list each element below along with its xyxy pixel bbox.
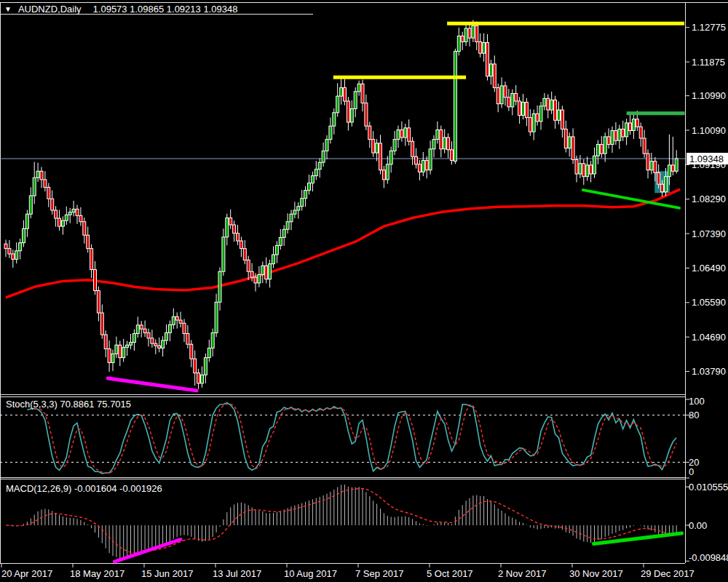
candle	[108, 349, 111, 363]
candle	[596, 144, 599, 156]
candle	[468, 28, 471, 38]
candle	[422, 161, 424, 172]
candle	[500, 86, 503, 104]
candle	[372, 140, 375, 153]
candle	[611, 131, 614, 145]
candle	[136, 325, 139, 334]
candle	[536, 113, 539, 121]
candle	[451, 150, 454, 161]
candle	[282, 229, 285, 237]
candle	[643, 138, 646, 154]
date-label: 5 Oct 2017	[427, 568, 473, 579]
candle	[265, 266, 268, 279]
candle	[668, 165, 670, 177]
macd-scale-label: 0.00	[689, 520, 707, 531]
stochastic-values: 70.8861 75.7015	[60, 399, 131, 410]
price-axis-label: 1.11875	[692, 57, 725, 68]
price-axis-label: 1.12775	[692, 22, 726, 33]
candle	[44, 180, 47, 188]
price-axis-label: 1.10090	[692, 125, 726, 136]
candle	[539, 106, 542, 121]
candle	[40, 171, 43, 180]
candle	[429, 149, 432, 170]
candle	[661, 184, 664, 192]
candle	[183, 323, 186, 333]
candle	[665, 177, 668, 192]
candle	[340, 88, 343, 97]
macd-scale-label: -0.009848	[689, 552, 728, 563]
candle	[518, 101, 521, 115]
price-axis-label: 1.06490	[692, 263, 726, 274]
candle	[308, 183, 311, 191]
candle	[625, 123, 628, 137]
candle	[286, 222, 289, 230]
candle	[4, 244, 7, 248]
candle	[104, 335, 107, 348]
price-axis-label: 1.03790	[692, 366, 726, 377]
date-label: 20 Apr 2017	[1, 568, 52, 579]
chart-canvas[interactable]: 1.127751.118751.109901.100901.091901.082…	[0, 0, 728, 582]
candle	[600, 144, 603, 154]
candle	[354, 92, 357, 109]
candle	[347, 101, 349, 122]
candle	[646, 154, 649, 170]
candle	[561, 110, 563, 129]
candle	[571, 137, 574, 160]
candle	[23, 228, 25, 242]
candle	[515, 93, 518, 101]
candle	[507, 97, 510, 107]
candle	[29, 196, 32, 214]
chart-dropdown-icon[interactable]: ▼	[4, 5, 12, 13]
candle	[425, 161, 428, 170]
candle	[350, 109, 353, 122]
candle	[65, 215, 68, 220]
chart-title-bar: ▼AUDNZD,Daily1.09573 1.09865 1.09213 1.0…	[4, 4, 237, 15]
date-label: 15 Jun 2017	[141, 568, 194, 579]
candle	[226, 218, 229, 237]
candle	[55, 210, 58, 218]
candle	[408, 128, 411, 141]
candle	[411, 141, 414, 156]
candle	[68, 212, 71, 215]
date-label: 10 Aug 2017	[284, 568, 337, 579]
candle	[243, 249, 246, 260]
candle	[489, 64, 492, 76]
candle	[115, 345, 118, 354]
candle	[36, 171, 39, 178]
candle	[443, 137, 446, 149]
candle	[618, 129, 621, 140]
candle	[297, 207, 300, 210]
candle	[386, 164, 389, 180]
candle	[301, 199, 304, 207]
candle	[436, 129, 439, 139]
candle	[622, 129, 625, 137]
symbol-period-label: AUDNZD,Daily	[18, 4, 82, 15]
candle	[290, 214, 293, 222]
candle	[172, 316, 175, 324]
candle	[19, 243, 22, 251]
candle	[671, 165, 674, 171]
candle	[415, 156, 418, 164]
candle	[336, 96, 339, 113]
candle	[607, 137, 610, 145]
candle	[650, 162, 653, 170]
date-label: 7 Sep 2017	[355, 568, 404, 579]
price-axis-label: 1.10990	[692, 90, 726, 101]
candle	[240, 241, 242, 249]
candle	[87, 235, 90, 248]
candle	[247, 260, 250, 271]
candle	[543, 98, 546, 106]
candle	[632, 119, 635, 131]
candle	[175, 316, 178, 320]
candle	[590, 165, 593, 174]
candle	[547, 98, 550, 110]
candle	[532, 113, 535, 132]
candle	[269, 264, 272, 279]
candle	[222, 237, 225, 271]
stoch-scale-label: 0	[689, 466, 694, 477]
candle	[464, 28, 467, 41]
candle	[593, 156, 596, 174]
candle	[130, 343, 132, 346]
candle	[162, 340, 165, 348]
candle	[304, 191, 307, 199]
